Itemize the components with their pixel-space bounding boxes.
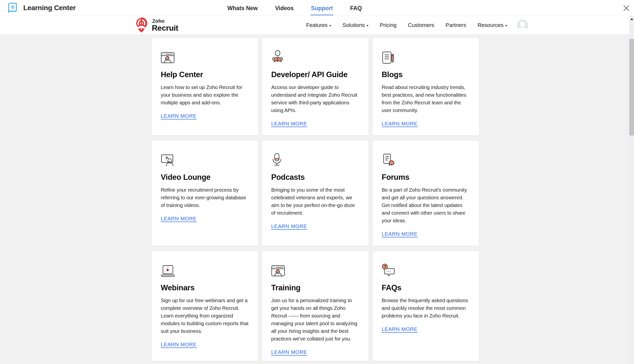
learn-more-link[interactable]: LEARN MORE: [161, 342, 197, 348]
learn-more-link[interactable]: LEARN MORE: [271, 223, 307, 229]
card-title: Video Lounge: [161, 173, 250, 182]
scrollbar-thumb[interactable]: [629, 39, 634, 136]
card-help-center: Help Center Learn how to set up Zoho Rec…: [152, 38, 258, 136]
vertical-scrollbar[interactable]: [629, 16, 634, 364]
card-description: Sign up for our free webinars and get a …: [161, 296, 250, 335]
site-nav-pricing-label: Pricing: [380, 22, 396, 28]
card-description: Be a part of Zoho Recruit's community an…: [382, 186, 471, 224]
support-content: Help Center Learn how to set up Zoho Rec…: [0, 34, 634, 364]
card-title: Developer/ API Guide: [271, 70, 360, 79]
card-blogs: Blogs Read about recruiting industry tre…: [372, 38, 479, 136]
scroll-up-icon[interactable]: [630, 18, 633, 20]
learn-more-link[interactable]: LEARN MORE: [161, 113, 197, 119]
top-nav-support[interactable]: Support: [311, 1, 333, 15]
card-title: Webinars: [161, 284, 250, 292]
card-description: Bringing to you some of the most celebra…: [271, 186, 360, 216]
learn-more-link[interactable]: LEARN MORE: [161, 216, 197, 222]
browser-person-icon: [161, 50, 250, 64]
top-nav-videos[interactable]: Videos: [275, 1, 294, 15]
card-webinars: Webinars Sign up for our free webinars a…: [152, 251, 258, 361]
document-chat-icon: [382, 153, 471, 166]
brand-company: Zoho: [152, 18, 178, 24]
learn-more-link[interactable]: LEARN MORE: [271, 349, 307, 355]
browser-person-icon: [271, 264, 360, 277]
site-nav-features[interactable]: Features ▾: [306, 22, 331, 28]
top-nav-faq[interactable]: FAQ: [350, 1, 362, 15]
app-header: Learning Center Whats New Videos Support…: [0, 0, 634, 16]
question-chat-icon: [382, 264, 471, 277]
card-video-lounge: Video Lounge Refine your recruitment pro…: [152, 140, 258, 246]
site-nav-customers[interactable]: Customers: [408, 22, 434, 28]
top-nav-whats-new[interactable]: Whats New: [227, 1, 258, 15]
site-nav: Features ▾ Solutions ▾ Pricing Customers…: [306, 16, 528, 34]
site-nav-partners-label: Partners: [446, 22, 466, 28]
card-description: Join us for a personalized training to g…: [271, 296, 360, 342]
card-forums: Forums Be a part of Zoho Recruit's commu…: [372, 140, 479, 246]
site-nav-resources[interactable]: Resources ▾: [478, 22, 507, 28]
learn-more-link[interactable]: LEARN MORE: [382, 326, 417, 332]
site-nav-resources-label: Resources: [478, 22, 504, 28]
user-avatar[interactable]: [517, 20, 528, 31]
chevron-down-icon: ▾: [329, 24, 331, 28]
developer-book-icon: </>: [271, 50, 360, 64]
learn-more-link[interactable]: LEARN MORE: [271, 121, 307, 126]
card-description: Learn how to set up Zoho Recruit for you…: [161, 83, 250, 106]
site-nav-solutions-label: Solutions: [342, 22, 365, 28]
screen-presenter-icon: [161, 153, 250, 166]
microphone-icon: [271, 153, 360, 166]
site-nav-customers-label: Customers: [408, 22, 434, 28]
site-header: Zoho Recruit Features ▾ Solutions ▾ Pric…: [0, 16, 634, 34]
svg-text:</>: </>: [275, 58, 280, 61]
app-title: Learning Center: [23, 4, 76, 12]
card-title: Forums: [382, 173, 471, 182]
learning-center-logo: Learning Center: [8, 2, 76, 13]
card-developer-api-guide: </> Developer/ API Guide Access our deve…: [262, 38, 369, 136]
top-nav: Whats New Videos Support FAQ: [227, 0, 362, 16]
zoho-recruit-brand-icon: [134, 17, 148, 34]
card-faqs: FAQs Browse the frequently asked questio…: [372, 251, 479, 361]
card-podcasts: Podcasts Bringing to you some of the mos…: [262, 140, 369, 246]
card-title: Podcasts: [271, 173, 360, 182]
site-nav-features-label: Features: [306, 22, 328, 28]
close-icon[interactable]: [622, 4, 630, 12]
card-description: Browse the frequently asked questions an…: [382, 296, 471, 320]
laptop-play-icon: [161, 264, 250, 277]
card-title: FAQs: [382, 284, 471, 292]
brand-text: Zoho Recruit: [152, 18, 178, 32]
chevron-down-icon: ▾: [366, 24, 368, 28]
card-description: Read about recruiting industry trends, b…: [382, 83, 471, 114]
card-training: Training Join us for a personalized trai…: [262, 251, 369, 361]
brand-product: Recruit: [152, 24, 178, 32]
card-description: Access our developer guide to understand…: [271, 83, 360, 114]
card-description: Refine your recruitment process by refer…: [161, 186, 250, 209]
card-title: Blogs: [382, 70, 471, 79]
site-nav-partners[interactable]: Partners: [446, 22, 466, 28]
site-nav-solutions[interactable]: Solutions ▾: [342, 22, 368, 28]
cards-grid: Help Center Learn how to set up Zoho Rec…: [152, 38, 479, 361]
book-icon: [8, 2, 18, 13]
learn-more-link[interactable]: LEARN MORE: [382, 231, 417, 237]
card-title: Training: [271, 284, 360, 292]
document-pencil-icon: [382, 50, 471, 64]
learn-more-link[interactable]: LEARN MORE: [382, 121, 417, 126]
zoho-recruit-logo[interactable]: Zoho Recruit: [134, 17, 178, 34]
card-title: Help Center: [161, 70, 250, 79]
site-nav-pricing[interactable]: Pricing: [380, 22, 396, 28]
chevron-down-icon: ▾: [505, 24, 507, 28]
